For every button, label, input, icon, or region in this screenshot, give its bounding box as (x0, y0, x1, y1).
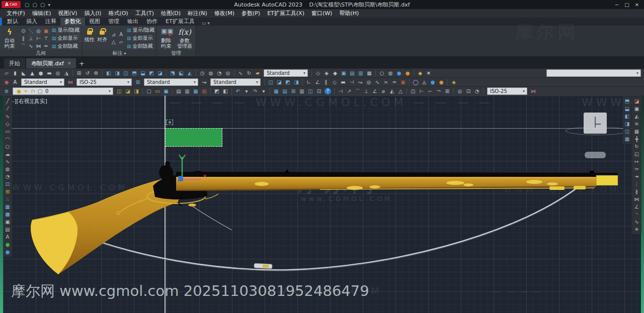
shade-2d-icon[interactable]: ◯ (412, 78, 420, 86)
ribbon-tab[interactable]: 管理 (104, 18, 123, 26)
dim-radius-icon[interactable]: ◭ (388, 87, 396, 95)
mleader-style-combo[interactable]: Standard ▾ (210, 78, 261, 86)
quickcalc-icon[interactable]: ▤ (281, 87, 289, 95)
show-all-button[interactable]: ▤ 全部显示 (52, 35, 79, 42)
presspull-icon[interactable]: ⬔ (169, 69, 177, 77)
join-icon[interactable]: ⋈ (632, 195, 641, 203)
ribbon-tab[interactable]: 默认 (3, 18, 22, 26)
menu-item[interactable]: 编辑(E) (29, 9, 55, 18)
menu-item[interactable]: 标注(N) (184, 9, 211, 18)
show-hide-button[interactable]: ▤ 显示/隐藏 (52, 27, 79, 34)
workspace-combo[interactable]: ▾ (546, 69, 641, 77)
markup-icon[interactable]: ▥ (298, 87, 306, 95)
menu-item[interactable]: 工具(T) (132, 9, 157, 18)
table-style-combo[interactable]: Standard ▾ (144, 78, 198, 86)
tangent-icon[interactable]: ⌒ (20, 42, 27, 50)
panel-label-dimension[interactable]: 标注 ▾ (83, 50, 156, 56)
measure-icon[interactable]: ▦ (272, 87, 280, 95)
ribbon-tab[interactable]: 插入 (22, 18, 41, 26)
point-icon[interactable]: ∴ (3, 195, 12, 203)
free-orbit-icon[interactable]: ◍ (386, 69, 394, 77)
dim-aligned-constraint-icon[interactable]: ⊿ (110, 31, 117, 38)
cone-icon[interactable]: ▲ (28, 69, 36, 77)
menu-item[interactable]: 帮助(H) (336, 9, 362, 18)
vs-conceptual-icon[interactable]: ▤ (348, 69, 356, 77)
chamfer-icon[interactable]: ∠ (632, 203, 641, 211)
dim-text-edit-icon[interactable]: ◔ (473, 87, 481, 95)
dim-break-icon[interactable]: ¬ (435, 87, 443, 95)
autocad-logo[interactable]: A CAD (2, 1, 21, 8)
show-hide-button[interactable]: ▤ 显示/隐藏 (127, 27, 154, 34)
help-button[interactable]: ? (325, 88, 331, 94)
layer-vpfreeze-icon[interactable]: ◨ (292, 78, 300, 86)
arc-icon[interactable]: ◠ (3, 135, 12, 143)
break-point-icon[interactable]: ⋮ (632, 180, 641, 188)
mesh-revolve-icon[interactable]: ↺ (84, 69, 92, 77)
ribbon-collapse-control[interactable]: ▭ ▾ (202, 21, 210, 26)
lock-icon[interactable]: ▣ (399, 78, 407, 86)
mtext-icon[interactable]: A (3, 233, 12, 241)
move-icon[interactable]: ╋ (632, 135, 641, 143)
layer-on-icon[interactable]: ● (16, 87, 22, 95)
compare-icon[interactable]: ◫ (306, 87, 314, 95)
hide-all-button[interactable]: ▤ 全部隐藏 (52, 43, 79, 50)
undo-list-icon[interactable]: ▾ (243, 87, 251, 95)
vs-2d-wireframe-icon[interactable]: ◇ (314, 69, 322, 77)
vs-hidden-icon[interactable]: ◆ (331, 69, 339, 77)
table-style-icon[interactable]: ⊞ (134, 78, 142, 86)
layer-combo[interactable]: ●☀⊓□ 0 ▾ (13, 87, 113, 95)
panel-label-geometry[interactable]: 几何 (0, 50, 82, 56)
ellipse-arc-icon[interactable]: ◔ (3, 173, 12, 180)
box-icon[interactable]: ▮ (11, 69, 19, 77)
extrude-icon[interactable]: ⬒ (130, 69, 138, 77)
con-diamond-icon[interactable]: ◇ (331, 78, 339, 86)
auto-constrain-button[interactable]: ϟ 自动 约束 (2, 27, 18, 50)
batch-plot-icon[interactable]: ▧ (200, 87, 208, 95)
trim-icon[interactable]: ✂ (632, 165, 641, 173)
new-icon[interactable]: ▢ (145, 87, 153, 95)
save-icon[interactable]: ▣ (162, 87, 170, 95)
text-style-combo[interactable]: Standard ▾ (21, 78, 64, 86)
create-block-icon[interactable]: ⊞ (3, 188, 12, 195)
revision-cloud-icon[interactable]: ☁ (3, 150, 12, 158)
musket-drawing[interactable]: ✕ (3, 95, 641, 313)
spline-icon[interactable]: ∿ (3, 158, 12, 165)
mirror-icon[interactable]: ◭ (632, 113, 641, 120)
undo-icon[interactable]: ↶ (234, 87, 242, 95)
flatshot-icon[interactable]: ◍ (207, 69, 215, 77)
union-icon[interactable]: ◧ (105, 69, 113, 77)
start-tab[interactable]: 开始 (4, 58, 25, 68)
helix-icon[interactable]: ↻ (245, 69, 253, 77)
smooth-icon[interactable]: ∿ (27, 42, 35, 50)
3d-polyline-icon[interactable]: ∿ (236, 69, 245, 77)
region-icon[interactable]: ▣ (3, 218, 12, 226)
con-concentric-icon[interactable]: ◎ (365, 78, 373, 86)
dim-arc-length-icon[interactable]: ⌒ (354, 87, 362, 95)
collinear-icon[interactable]: ⋱ (27, 27, 35, 35)
perpendicular-icon[interactable]: ⊥ (27, 35, 35, 42)
rotate-icon[interactable]: ↻ (632, 143, 641, 150)
intersect-icon[interactable]: ◫ (122, 69, 130, 77)
linear-constraint-button[interactable]: 线性 (84, 27, 95, 50)
menu-item[interactable]: 视图(V) (54, 9, 80, 18)
fix-icon[interactable]: ▣ (42, 27, 50, 35)
bring-to-front-icon[interactable]: ⬒ (623, 97, 631, 105)
layer-isolate-icon[interactable]: ◨ (132, 87, 140, 95)
ribbon-tab[interactable]: 视图 (85, 18, 104, 26)
layer-properties-icon[interactable]: ≣ (3, 87, 11, 95)
redo-list-icon[interactable]: ▾ (260, 87, 268, 95)
vs-shaded-icon[interactable]: ▥ (357, 69, 365, 77)
extend-icon[interactable]: ↠ (632, 173, 641, 180)
close-button[interactable]: ✕ (633, 2, 641, 8)
sun-sphere-icon[interactable]: ● (404, 69, 412, 77)
dim-style-combo[interactable]: ISO-25 ▾ (76, 78, 132, 86)
shaded-sphere-icon[interactable]: ● (395, 69, 403, 77)
navigation-pill[interactable] (585, 152, 606, 158)
parallel-icon[interactable]: ∥ (20, 35, 27, 42)
visual-style-combo[interactable]: Standard ▾ (264, 69, 308, 77)
send-to-back-icon[interactable]: ⬓ (623, 105, 631, 113)
count-icon[interactable]: ⊡ (315, 87, 323, 95)
subtract-icon[interactable]: ◨ (113, 69, 121, 77)
aligned-constraint-button[interactable]: 对齐 (97, 27, 108, 50)
shell-icon[interactable]: ⬕ (177, 69, 185, 77)
